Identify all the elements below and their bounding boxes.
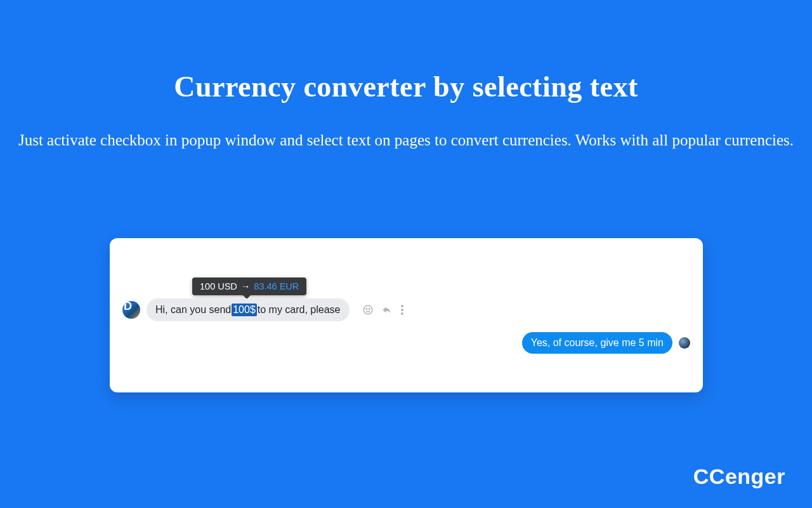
message-text-before: Hi, can you send (155, 304, 231, 316)
page-subtitle: Just activate checkbox in popup window a… (0, 129, 812, 152)
more-options-icon[interactable] (400, 304, 404, 316)
conversion-tooltip: 100 USD → 83.46 EUR (192, 277, 306, 295)
avatar-initial: D (124, 301, 132, 313)
incoming-message-bubble[interactable]: Hi, can you send 100$ to my card, please (147, 298, 350, 321)
sender-avatar[interactable]: D (122, 301, 140, 319)
chat-preview-card: 100 USD → 83.46 EUR D Hi, can you send 1… (110, 238, 703, 392)
reply-icon[interactable] (381, 304, 393, 316)
tooltip-arrow: → (241, 281, 251, 291)
page-title: Currency converter by selecting text (0, 70, 812, 104)
svg-point-2 (369, 309, 370, 310)
message-actions (362, 304, 404, 316)
hero-header: Currency converter by selecting text Jus… (0, 0, 812, 152)
my-avatar[interactable] (679, 337, 690, 349)
svg-point-1 (366, 309, 367, 310)
tooltip-converted-amount: 83.46 EUR (254, 281, 299, 291)
incoming-message-row: D Hi, can you send 100$ to my card, plea… (122, 298, 404, 321)
tooltip-source-amount: 100 USD (200, 281, 237, 291)
message-text-after: to my card, please (258, 304, 341, 316)
selected-text[interactable]: 100$ (232, 304, 257, 316)
outgoing-message-row: Yes, of course, give me 5 min (522, 332, 690, 354)
svg-point-0 (363, 305, 372, 314)
svg-point-4 (401, 309, 403, 311)
outgoing-message-bubble[interactable]: Yes, of course, give me 5 min (522, 332, 672, 354)
brand-logo: CCenger (693, 464, 785, 489)
svg-point-3 (401, 305, 403, 307)
react-icon[interactable] (362, 304, 374, 316)
svg-point-5 (401, 312, 403, 315)
